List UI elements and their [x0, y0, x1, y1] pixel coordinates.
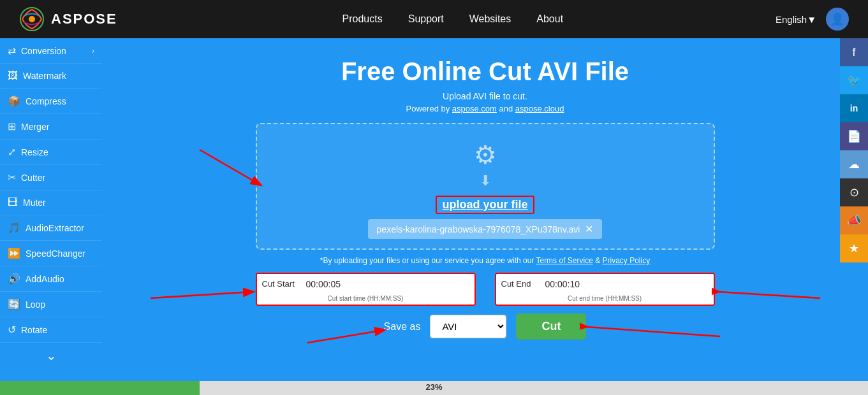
- upload-gear-icon: ⚙: [474, 140, 497, 169]
- social-bar: f 🐦 in 📄 ☁ ⊙ 📣 ★: [840, 38, 868, 262]
- aspose-cloud-link[interactable]: aspose.cloud: [515, 104, 564, 113]
- user-avatar[interactable]: 👤: [826, 8, 849, 31]
- resize-icon: ⤢: [8, 146, 16, 158]
- uploaded-file-tag: pexels-karolina-grabowska-7976078_XPu378…: [368, 219, 603, 239]
- sidebar-label-audioextractor: AudioExtractor: [26, 223, 84, 233]
- cut-start-hint: Cut start time (HH:MM:SS): [257, 294, 474, 305]
- speedchanger-icon: ⏩: [8, 247, 20, 259]
- nav-support[interactable]: Support: [408, 13, 444, 25]
- addaudio-icon: 🔊: [8, 273, 20, 285]
- cut-end-hint: Cut end time (HH:MM:SS): [496, 294, 714, 305]
- sidebar-more-button[interactable]: ⌄: [0, 343, 102, 368]
- cut-end-label: Cut End: [501, 274, 543, 294]
- cut-button[interactable]: Cut: [516, 313, 586, 340]
- watermark-icon: 🖼: [8, 70, 18, 82]
- sidebar-item-merger[interactable]: ⊞ Merger: [0, 114, 102, 140]
- sidebar-item-rotate[interactable]: ↺ Rotate: [0, 317, 102, 343]
- privacy-policy-link[interactable]: Privacy Policy: [602, 256, 650, 265]
- sidebar-label-speedchanger: SpeedChanger: [26, 248, 85, 259]
- remove-file-button[interactable]: ✕: [585, 223, 593, 235]
- nav-about[interactable]: About: [536, 13, 563, 25]
- sidebar-label-muter: Muter: [23, 198, 46, 208]
- sidebar-item-loop[interactable]: 🔄 Loop: [0, 292, 102, 317]
- cut-start-input[interactable]: [304, 275, 469, 293]
- format-select[interactable]: AVI MP4 MKV MOV WMV: [430, 315, 506, 338]
- sidebar-item-speedchanger[interactable]: ⏩ SpeedChanger: [0, 241, 102, 266]
- arrow-to-cut-button: [580, 314, 726, 346]
- cutter-icon: ✂: [8, 171, 16, 183]
- sidebar-label-compress: Compress: [26, 96, 66, 106]
- svg-line-6: [586, 327, 720, 336]
- sidebar-item-audioextractor[interactable]: 🎵 AudioExtractor: [0, 215, 102, 241]
- sidebar-label-watermark: Watermark: [23, 71, 66, 81]
- sidebar-item-watermark[interactable]: 🖼 Watermark: [0, 64, 102, 89]
- main-layout: ⇄ Conversion › 🖼 Watermark 📦 Compress ⊞ …: [0, 38, 868, 395]
- audioextractor-icon: 🎵: [8, 222, 20, 234]
- filename-text: pexels-karolina-grabowska-7976078_XPu378…: [377, 224, 580, 234]
- svg-line-4: [718, 292, 820, 298]
- twitter-button[interactable]: 🐦: [840, 66, 868, 94]
- cut-controls: Cut Start Cut start time (HH:MM:SS) Cut …: [256, 273, 715, 306]
- loop-icon: 🔄: [8, 298, 20, 310]
- powered-by: Powered by aspose.com and aspose.cloud: [406, 104, 564, 113]
- upload-link-button[interactable]: upload your file: [436, 196, 534, 214]
- sidebar-item-cutter[interactable]: ✂ Cutter: [0, 165, 102, 190]
- logo-text: ASPOSE: [51, 11, 117, 27]
- arrow-to-cut-start: [144, 279, 259, 311]
- arrow-to-save-as: [301, 317, 390, 349]
- sidebar-arrow-conversion: ›: [92, 47, 94, 55]
- upload-box[interactable]: ⚙ ⬇ upload your file pexels-karolina-gra…: [256, 123, 715, 250]
- subtitle: Upload AVI file to cut.: [443, 91, 527, 101]
- nav-links: Products Support Websites About: [156, 13, 750, 25]
- nav-products[interactable]: Products: [342, 13, 383, 25]
- language-selector[interactable]: English▼: [776, 14, 816, 25]
- sidebar-label-rotate: Rotate: [21, 325, 47, 335]
- sidebar-label-resize: Resize: [21, 147, 48, 157]
- sidebar-item-conversion[interactable]: ⇄ Conversion ›: [0, 38, 102, 64]
- svg-point-1: [29, 16, 35, 22]
- svg-line-3: [151, 292, 253, 298]
- progress-bar-container: 23%: [0, 381, 868, 395]
- sidebar-label-conversion: Conversion: [21, 46, 66, 56]
- main-content: Free Online Cut AVI File Upload AVI file…: [102, 38, 868, 395]
- cloud-button[interactable]: ☁: [840, 150, 868, 178]
- rotate-icon: ↺: [8, 324, 16, 336]
- save-cut-row: Save as AVI MP4 MKV MOV WMV Cut: [384, 313, 587, 340]
- cut-end-input[interactable]: [543, 275, 709, 293]
- sidebar-item-resize[interactable]: ⤢ Resize: [0, 140, 102, 165]
- chevron-down-icon: ⌄: [46, 348, 57, 363]
- arrow-to-cut-end: [712, 279, 827, 311]
- document-button[interactable]: 📄: [840, 122, 868, 150]
- aspose-com-link[interactable]: aspose.com: [452, 104, 497, 113]
- sidebar-label-cutter: Cutter: [21, 173, 45, 183]
- upload-arrow-icon: ⬇: [480, 173, 491, 189]
- sidebar-item-muter[interactable]: 🎞 Muter: [0, 190, 102, 215]
- progress-text: 23%: [425, 382, 442, 392]
- merger-icon: ⊞: [8, 120, 16, 133]
- logo-icon: [19, 6, 45, 32]
- sidebar: ⇄ Conversion › 🖼 Watermark 📦 Compress ⊞ …: [0, 38, 102, 395]
- top-navigation: ASPOSE Products Support Websites About E…: [0, 0, 868, 38]
- arrow-to-upload: [193, 143, 270, 194]
- conversion-icon: ⇄: [8, 45, 16, 57]
- svg-line-2: [200, 150, 260, 185]
- svg-line-5: [307, 330, 384, 343]
- page-title: Free Online Cut AVI File: [341, 57, 629, 86]
- megaphone-button[interactable]: 📣: [840, 206, 868, 234]
- nav-websites[interactable]: Websites: [469, 13, 511, 25]
- github-button[interactable]: ⊙: [840, 178, 868, 206]
- linkedin-button[interactable]: in: [840, 94, 868, 122]
- progress-bar-fill: [0, 381, 200, 395]
- terms-text: *By uploading your files or using our se…: [320, 256, 650, 265]
- facebook-button[interactable]: f: [840, 38, 868, 66]
- sidebar-label-addaudio: AddAudio: [26, 274, 64, 284]
- sidebar-item-addaudio[interactable]: 🔊 AddAudio: [0, 266, 102, 292]
- cut-end-field: Cut End Cut end time (HH:MM:SS): [495, 273, 715, 306]
- terms-of-service-link[interactable]: Terms of Service: [536, 256, 592, 265]
- logo[interactable]: ASPOSE: [19, 6, 117, 32]
- sidebar-item-compress[interactable]: 📦 Compress: [0, 89, 102, 114]
- nav-right: English▼ 👤: [776, 8, 849, 31]
- muter-icon: 🎞: [8, 197, 18, 208]
- star-button[interactable]: ★: [840, 234, 868, 262]
- cut-start-field: Cut Start Cut start time (HH:MM:SS): [256, 273, 476, 306]
